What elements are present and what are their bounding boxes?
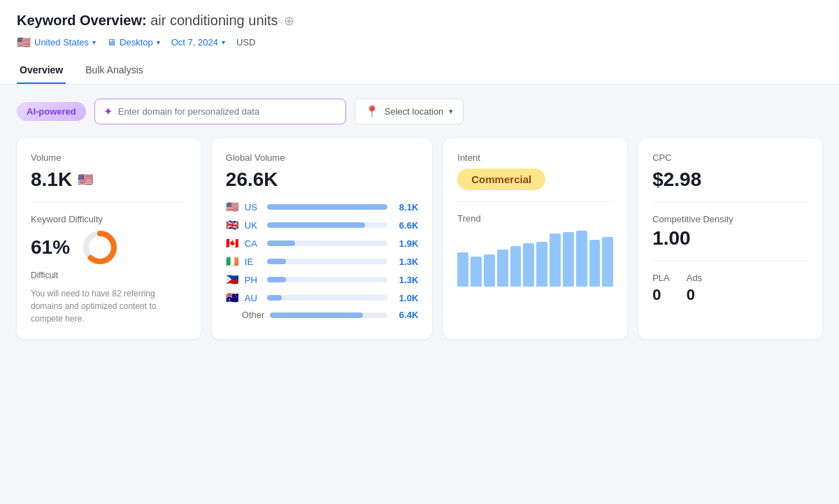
other-volume: 6.4K (393, 310, 418, 320)
us-flag-icon: 🇺🇸 (17, 36, 31, 49)
difficulty-tag: Difficult (31, 271, 187, 280)
trend-bar (550, 233, 561, 287)
country-rows: 🇺🇸 US 8.1K 🇬🇧 UK 6.6K 🇨🇦 CA 1.9K 🇮🇪 IE (226, 201, 418, 304)
desktop-icon: 🖥 (107, 37, 116, 48)
country-volume: 8.1K (393, 202, 418, 213)
trend-bar (602, 237, 613, 287)
country-bar-fill (267, 295, 282, 301)
global-volume-label: Global Volume (226, 152, 418, 163)
location-select-chevron-icon: ▾ (449, 107, 453, 116)
country-flag: 🇮🇪 (226, 255, 239, 268)
trend-label: Trend (457, 213, 613, 224)
country-flag: 🇬🇧 (226, 219, 239, 231)
other-bar-track (270, 312, 387, 318)
country-bar-track (267, 222, 387, 228)
cpc-card: CPC $2.98 Competitive Density 1.00 PLA 0… (638, 138, 822, 339)
ads-label: Ads (687, 273, 702, 283)
intent-label: Intent (457, 152, 613, 163)
trend-bar (523, 243, 534, 287)
country-name: AU (245, 293, 261, 303)
country-row: 🇮🇪 IE 1.3K (226, 255, 418, 268)
country-bar-fill (267, 277, 287, 282)
country-volume: 1.0K (393, 293, 418, 303)
date-chevron-icon: ▾ (222, 38, 225, 46)
date-label: Oct 7, 2024 (171, 37, 218, 48)
us-flag-inline: 🇺🇸 (78, 172, 93, 187)
date-selector[interactable]: Oct 7, 2024 ▾ (171, 37, 225, 48)
difficulty-donut (81, 229, 119, 266)
volume-value: 8.1K 🇺🇸 (31, 168, 187, 191)
country-bar-fill (267, 259, 287, 264)
trend-bar (484, 254, 495, 287)
tab-bulk-analysis[interactable]: Bulk Analysis (83, 57, 145, 84)
country-bar-track (267, 277, 387, 282)
trend-bar (497, 250, 508, 287)
country-row: 🇬🇧 UK 6.6K (226, 219, 418, 231)
location-chevron-icon: ▾ (92, 38, 96, 46)
country-flag: 🇦🇺 (226, 291, 239, 304)
country-bar-track (267, 259, 387, 264)
country-row: 🇺🇸 US 8.1K (226, 201, 418, 213)
country-name: UK (245, 220, 261, 231)
country-volume: 1.3K (393, 275, 418, 285)
volume-label: Volume (31, 152, 187, 163)
intent-card: Intent Commercial Trend (443, 138, 627, 339)
country-bar-track (267, 204, 387, 210)
country-bar-fill (267, 204, 387, 210)
country-bar-fill (267, 240, 295, 246)
device-selector[interactable]: 🖥 Desktop ▾ (107, 37, 160, 48)
cards-grid: Volume 8.1K 🇺🇸 Keyword Difficulty 61% (17, 138, 822, 339)
device-label: Desktop (120, 37, 153, 48)
ai-bar: AI-powered ✦ 📍 Select location ▾ (17, 99, 822, 124)
location-select-button[interactable]: 📍 Select location ▾ (354, 99, 464, 124)
competitive-density-label: Competitive Density (652, 214, 808, 224)
domain-input-wrap[interactable]: ✦ (94, 99, 346, 124)
other-label: Other (226, 310, 265, 320)
country-name: IE (245, 257, 261, 267)
country-name: CA (245, 238, 261, 249)
trend-chart (457, 231, 613, 287)
pla-value: 0 (652, 286, 670, 304)
country-name: US (245, 202, 261, 213)
other-bar-fill (270, 312, 363, 318)
location-label: United States (34, 37, 89, 48)
tab-overview[interactable]: Overview (17, 57, 66, 84)
ads-item: Ads 0 (687, 273, 702, 304)
location-selector[interactable]: 🇺🇸 United States ▾ (17, 36, 96, 49)
country-volume: 1.9K (393, 238, 418, 249)
country-bar-track (267, 240, 387, 246)
country-volume: 6.6K (393, 220, 418, 231)
pla-ads-row: PLA 0 Ads 0 (652, 273, 808, 304)
trend-bar (457, 252, 468, 287)
tabs: Overview Bulk Analysis (17, 57, 822, 84)
global-volume-card: Global Volume 26.6K 🇺🇸 US 8.1K 🇬🇧 UK 6.6… (212, 138, 432, 339)
trend-bar (536, 242, 547, 287)
page-title: Keyword Overview: air conditioning units (17, 13, 278, 29)
intent-badge: Commercial (457, 168, 545, 190)
trend-bar (576, 231, 587, 287)
difficulty-description: You will need to have 82 referring domai… (31, 287, 187, 325)
country-flag: 🇵🇭 (226, 273, 239, 286)
domain-input[interactable] (118, 106, 337, 117)
device-chevron-icon: ▾ (157, 38, 160, 46)
cpc-label: CPC (652, 152, 808, 163)
country-flag: 🇺🇸 (226, 201, 239, 213)
volume-card: Volume 8.1K 🇺🇸 Keyword Difficulty 61% (17, 138, 201, 339)
cpc-value: $2.98 (652, 168, 808, 191)
currency-label: USD (236, 37, 255, 48)
sparkle-icon: ✦ (103, 105, 113, 118)
ads-value: 0 (687, 286, 702, 304)
trend-bar (589, 240, 601, 287)
keyword-difficulty-label: Keyword Difficulty (31, 214, 187, 224)
global-volume-value: 26.6K (226, 168, 418, 191)
location-pin-icon: 📍 (365, 105, 379, 118)
pla-label: PLA (652, 273, 670, 283)
country-bar-fill (267, 222, 365, 228)
country-name: PH (245, 275, 261, 285)
country-row: 🇨🇦 CA 1.9K (226, 237, 418, 250)
country-row: 🇦🇺 AU 1.0K (226, 291, 418, 304)
country-volume: 1.3K (393, 257, 418, 267)
country-flag: 🇨🇦 (226, 237, 239, 250)
country-row: 🇵🇭 PH 1.3K (226, 273, 418, 286)
add-keyword-icon[interactable]: ⊕ (284, 13, 294, 29)
